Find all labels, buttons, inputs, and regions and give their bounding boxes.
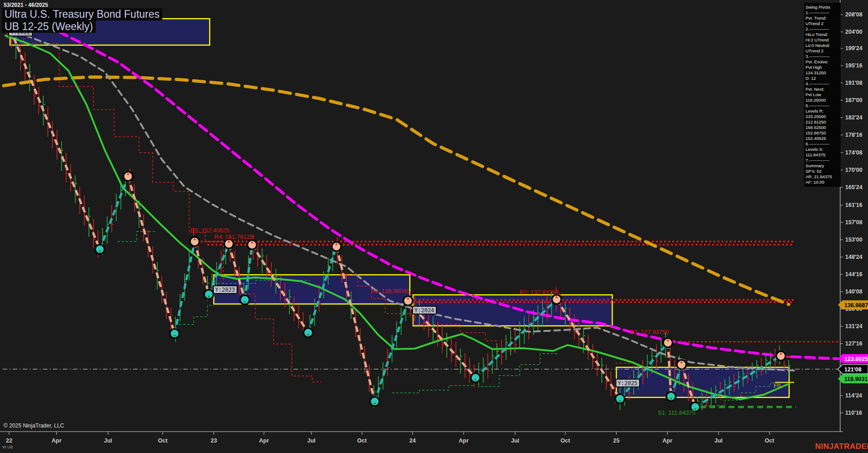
axis-price-marker-value: 136.98875	[844, 302, 868, 309]
year-chip[interactable]: Y:2024	[413, 306, 436, 314]
chart-canvas[interactable]: R5: 152.40625R4: 151.78125R3: 138.00000R…	[0, 0, 868, 453]
pivot-panel-line: SP's: 52	[806, 169, 839, 174]
pivot-panel-line: Hi:2 UTrend	[806, 37, 839, 43]
price-tick-label: 131'24	[845, 323, 863, 329]
price-tick-label: 199'24	[845, 45, 863, 51]
price-tick-label: 182'24	[845, 114, 863, 121]
pivot-panel-line: 212.81250	[806, 119, 839, 125]
price-tick-label: 174'08	[845, 149, 863, 156]
pivot-panel-line: Levels R:	[806, 108, 839, 114]
pivot-panel-line: 6.--------------	[806, 141, 839, 147]
pivot-panel-line: 5.--------------	[806, 103, 839, 108]
instrument-title: Ultra U.S. Treasury Bond Futures	[2, 8, 162, 21]
time-tick-label: Apr	[52, 438, 62, 444]
level-label: S1: 111.84375	[658, 409, 696, 416]
pivot-panel-line: 1.--------------	[806, 10, 839, 15]
level-label: R4: 151.78125	[214, 233, 253, 240]
pivot-panel-line: UTrend 2	[806, 21, 839, 26]
year-chip[interactable]: Y:2023	[213, 286, 237, 293]
axis-price-marker-value: 118.90313	[844, 376, 868, 382]
time-tick-label: 22	[6, 438, 12, 444]
pivot-panel-line: Pvt Low	[806, 92, 839, 98]
pivot-panel-line: HiLo Trend:	[806, 32, 839, 37]
year-chip-label: Y:2024	[414, 307, 434, 314]
year-chip-label: Y:2025	[618, 380, 637, 386]
price-tick-label: 204'00	[845, 29, 863, 35]
pivot-panel-line: D: 12	[806, 76, 839, 81]
price-tick-label: 140'08	[845, 288, 863, 295]
year-chip[interactable]: Y:2025	[616, 379, 640, 387]
copyright-text: © 2025 NinjaTrader, LLC	[4, 422, 64, 429]
pivot-panel-line: 7.--------------	[806, 158, 839, 163]
price-tick-label: 178'16	[845, 132, 863, 138]
level-label: R2: 137.93750	[520, 289, 558, 296]
price-tick-label: 144'16	[845, 271, 863, 278]
pivot-panel-line: Pvt. Trend:	[806, 15, 839, 21]
time-tick-label: Apr	[662, 438, 672, 444]
time-tick-label: Jul	[511, 438, 519, 444]
pivot-panel-line: 152.68750	[806, 130, 839, 136]
price-tick-label: 153'00	[845, 237, 863, 243]
pivot-panel-line: 3.--------------	[806, 54, 839, 59]
time-tick-label: Oct	[765, 438, 775, 444]
level-label: F0	[774, 382, 780, 389]
price-tick-label: 127'16	[845, 340, 863, 347]
time-tick-label: 23	[211, 438, 217, 444]
pivot-panel-line: 168.62500	[806, 125, 839, 130]
pivot-panel-line: 152.40625	[806, 136, 839, 141]
year-range-box[interactable]	[616, 367, 789, 397]
price-tick-label: 208'08	[845, 11, 863, 18]
axis-price-marker-value: 121'08	[844, 366, 862, 373]
pivot-panel-line: 233.25000	[806, 114, 839, 119]
time-tick-label: Jul	[104, 438, 112, 444]
swing-pivots-panel: Swing Pivots1.--------------Pvt. Trend:U…	[804, 3, 841, 187]
pivot-panel-line: 119.25000	[806, 98, 839, 103]
time-tick-label: Oct	[158, 438, 168, 444]
pivot-panel-line: AR: 21.84375	[806, 174, 839, 180]
price-tick-label: 148'24	[845, 254, 863, 260]
pivot-panel-line: UTrend 2	[806, 48, 839, 54]
contract-title: UB 12-25 (Weekly)	[2, 21, 96, 33]
pivot-panel-line: Levels S:	[806, 147, 839, 152]
pivot-panel-line: Pvt. Evolve:	[806, 59, 839, 65]
time-tick-label: 25	[613, 438, 620, 444]
price-tick-label: 110'16	[845, 410, 862, 416]
pivot-panel-line: Pvt. Next:	[806, 87, 839, 92]
time-tick-label: Oct	[357, 438, 367, 444]
time-tick-label: 24	[409, 438, 416, 444]
price-tick-label: 170'00	[845, 167, 863, 173]
price-tick-label: 114'24	[845, 392, 862, 399]
time-tick-label: Jul	[307, 438, 315, 444]
chart-title: Ultra U.S. Treasury Bond Futures UB 12-2…	[2, 8, 162, 33]
pivot-panel-line: Pvt High	[806, 65, 839, 70]
price-tick-label: 191'08	[845, 80, 863, 86]
price-tick-label: 187'00	[845, 97, 863, 103]
pivot-panel-line: Swing Pivots	[806, 5, 839, 10]
pivot-panel-line: Summary	[806, 163, 839, 169]
pivot-panel-line: 111.84375	[806, 152, 839, 158]
level-label: R3: 138.00000	[371, 288, 409, 294]
time-tick-label: Oct	[561, 438, 571, 444]
year-chip-label: Y:2023	[215, 287, 235, 293]
price-tick-label: 157'08	[845, 219, 863, 226]
price-tick-label: 161'16	[845, 202, 863, 208]
level-label: R1: 127.93750	[630, 329, 669, 335]
pivot-panel-line: Lo:0 Neutral	[806, 43, 839, 48]
time-tick-label: Jul	[714, 438, 723, 444]
pivot-panel-line: AF: 10.00	[806, 180, 839, 185]
ninjatrader-logo: NINJATRADER	[815, 442, 868, 451]
pivot-panel-line: 2.--------------	[806, 26, 839, 32]
data-range-label: 53/2021 - 46/2025	[4, 2, 48, 8]
price-tick-label: 195'16	[845, 62, 863, 69]
time-tick-label: Apr	[259, 438, 269, 444]
axis-price-marker-value: 123.80250	[844, 356, 868, 362]
price-tick-label: 165'24	[845, 184, 863, 190]
level-label: R5: 152.40625	[191, 227, 229, 234]
pivot-panel-line: 124.31250	[806, 70, 839, 76]
chart-window: R5: 152.40625R4: 151.78125R3: 138.00000R…	[0, 0, 868, 453]
chart-code-label: W UB	[2, 445, 13, 449]
time-tick-label: Apr	[459, 438, 469, 444]
pivot-panel-line: 4.--------------	[806, 81, 839, 87]
